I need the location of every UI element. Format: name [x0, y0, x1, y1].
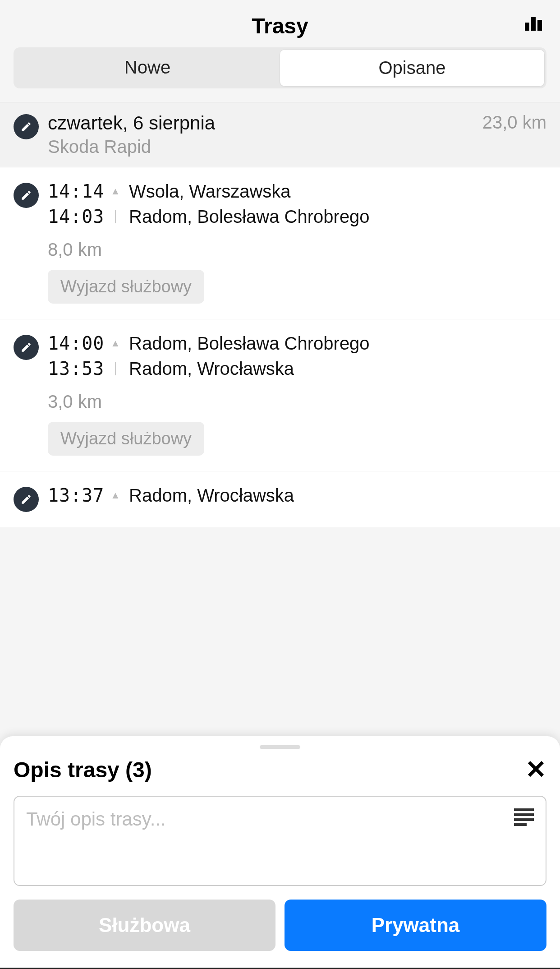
bottom-sheet: Opis trasy (3) ✕ Twój opis trasy... Służ…	[0, 736, 560, 969]
trip-place-end: Wsola, Warszawska	[129, 181, 546, 202]
trip-time-start: 13:53	[48, 358, 102, 379]
tab-described[interactable]: Opisane	[280, 49, 545, 87]
header: Trasy	[0, 0, 560, 47]
trip-distance: 3,0 km	[48, 392, 546, 412]
route-arrow-icon: ▲	[111, 340, 120, 346]
trip-distance: 8,0 km	[48, 240, 546, 260]
private-button[interactable]: Prywatna	[285, 900, 546, 951]
trip-place-end: Radom, Bolesława Chrobrego	[129, 333, 546, 354]
trip-time-end: 14:14	[48, 181, 102, 202]
edit-icon[interactable]	[14, 487, 39, 512]
trip-item[interactable]: 13:37 ▲ Radom, Wrocławska	[0, 471, 560, 527]
close-icon[interactable]: ✕	[525, 757, 546, 782]
edit-icon[interactable]	[14, 335, 39, 360]
trip-tag: Wyjazd służbowy	[48, 270, 204, 304]
edit-icon[interactable]	[14, 114, 39, 139]
trip-time-end: 14:00	[48, 333, 102, 354]
day-date: czwartek, 6 sierpnia	[48, 112, 482, 134]
edit-icon[interactable]	[14, 183, 39, 208]
tab-new[interactable]: Nowe	[15, 49, 280, 87]
trip-time-end: 13:37	[48, 485, 102, 506]
route-line-icon	[111, 210, 120, 223]
page-title: Trasy	[252, 14, 308, 38]
trip-item[interactable]: 14:00 ▲ Radom, Bolesława Chrobrego 13:53…	[0, 319, 560, 471]
stats-icon[interactable]	[525, 17, 542, 31]
route-line-icon	[111, 362, 120, 375]
route-arrow-icon: ▲	[111, 492, 120, 498]
segmented-control: Nowe Opisane	[14, 47, 546, 88]
trip-tag: Wyjazd służbowy	[48, 422, 204, 456]
description-input[interactable]: Twój opis trasy...	[14, 796, 546, 886]
trip-place-start: Radom, Bolesława Chrobrego	[129, 207, 546, 227]
trip-place-end: Radom, Wrocławska	[129, 485, 546, 506]
business-button[interactable]: Służbowa	[14, 900, 275, 951]
trip-time-start: 14:03	[48, 206, 102, 227]
drag-handle[interactable]	[260, 745, 300, 749]
trip-list: czwartek, 6 sierpnia Skoda Rapid 23,0 km…	[0, 102, 560, 527]
day-total-km: 23,0 km	[482, 112, 546, 133]
trip-item[interactable]: 14:14 ▲ Wsola, Warszawska 14:03 Radom, B…	[0, 167, 560, 319]
day-vehicle: Skoda Rapid	[48, 137, 482, 157]
input-placeholder: Twój opis trasy...	[26, 808, 166, 830]
trip-place-start: Radom, Wrocławska	[129, 359, 546, 379]
day-header[interactable]: czwartek, 6 sierpnia Skoda Rapid 23,0 km	[0, 102, 560, 167]
text-align-icon[interactable]	[514, 808, 534, 826]
route-arrow-icon: ▲	[111, 188, 120, 194]
sheet-title: Opis trasy (3)	[14, 757, 152, 782]
